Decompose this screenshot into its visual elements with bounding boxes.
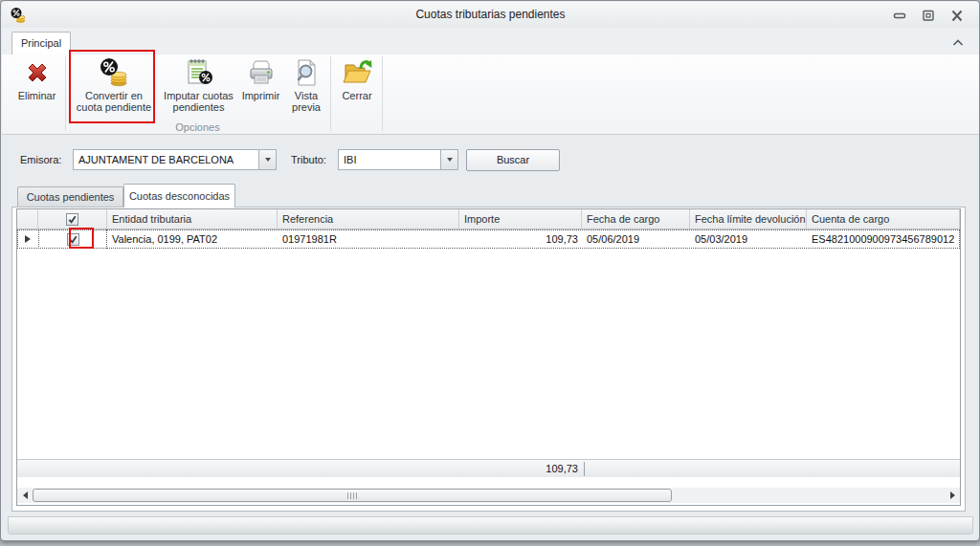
ribbon-separator (330, 56, 331, 131)
tab-content-panel: Entidad tributaria Referencia Importe Fe… (11, 207, 966, 512)
column-header-entidad[interactable]: Entidad tributaria (107, 209, 278, 229)
arrow-left-icon (23, 491, 28, 499)
tab-cuotas-desconocidas[interactable]: Cuotas desconocidas (123, 184, 235, 207)
minimize-icon (893, 10, 906, 22)
horizontal-scrollbar[interactable] (17, 488, 960, 503)
cell-referencia[interactable]: 01971981R (278, 229, 459, 249)
column-header-referencia[interactable]: Referencia (278, 209, 459, 229)
summary-importe-total: 109,73 (459, 460, 582, 478)
emisora-dropdown-button[interactable] (258, 150, 276, 169)
column-header-importe[interactable]: Importe (459, 209, 582, 229)
chevron-down-icon (265, 158, 271, 162)
thumb-grip-icon (353, 492, 354, 499)
ribbon-separator (65, 56, 66, 131)
chevron-down-icon (447, 158, 453, 162)
ribbon-button-label: Imputar cuotas pendientes (159, 90, 238, 113)
eliminar-button[interactable]: Eliminar (10, 55, 64, 120)
tributo-combobox[interactable]: IBI (338, 149, 458, 170)
ribbon-button-label: Imprimir (242, 90, 280, 101)
scroll-left-button[interactable] (17, 488, 33, 503)
close-button[interactable] (948, 9, 966, 23)
scroll-right-button[interactable] (945, 488, 960, 503)
arrow-right-icon (950, 491, 955, 499)
ribbon-button-label: Eliminar (18, 90, 56, 101)
highlight-box-row-checkbox (69, 228, 94, 249)
printer-icon (246, 57, 277, 88)
status-bar (8, 516, 973, 535)
column-header-fecha-cargo[interactable]: Fecha de cargo (582, 209, 690, 229)
imputar-cuotas-pendientes-button[interactable]: Imputar cuotas pendientes (159, 55, 238, 120)
tributo-value: IBI (339, 150, 440, 169)
restore-icon (922, 10, 935, 22)
imprimir-button[interactable]: Imprimir (240, 55, 281, 120)
cell-cuenta[interactable]: ES4821000900973456789012 (807, 229, 960, 249)
row-indicator-cell (17, 229, 38, 249)
app-window: Cuotas tributarias pendientes Principal … (0, 0, 980, 541)
cell-fecha-limite[interactable]: 05/03/2019 (690, 229, 807, 249)
window-title: Cuotas tributarias pendientes (2, 2, 979, 28)
grid-header-row: Entidad tributaria Referencia Importe Fe… (17, 209, 960, 229)
grid-row[interactable]: Valencia, 0199, PAT02 01971981R 109,73 0… (17, 229, 960, 249)
cell-importe[interactable]: 109,73 (459, 229, 582, 249)
delete-x-icon (22, 57, 53, 88)
cerrar-button[interactable]: Cerrar (334, 55, 380, 120)
minimize-button[interactable] (891, 9, 908, 23)
column-header-cuenta[interactable]: Cuenta de cargo (807, 209, 960, 229)
ribbon-button-label: Vista previa (283, 90, 329, 113)
restore-button[interactable] (920, 9, 937, 23)
cell-fecha-cargo[interactable]: 05/06/2019 (582, 229, 690, 249)
highlight-box-convertir (69, 50, 155, 123)
impute-pending-notes-icon (184, 57, 214, 88)
tributo-label: Tributo: (291, 149, 326, 170)
close-icon (950, 10, 964, 22)
close-folder-icon (342, 57, 372, 88)
summary-column-separator (584, 462, 585, 476)
chevron-up-icon[interactable] (950, 36, 966, 49)
emisora-value: AJUNTAMENT DE BARCELONA (74, 150, 258, 169)
tributo-dropdown-button[interactable] (440, 150, 457, 169)
emisora-combobox[interactable]: AJUNTAMENT DE BARCELONA (73, 149, 277, 170)
emisora-label: Emisora: (20, 149, 61, 170)
select-all-column-header[interactable] (38, 209, 107, 229)
buscar-button[interactable]: Buscar (466, 149, 560, 171)
thumb-grip-icon (350, 492, 351, 499)
scrollbar-thumb[interactable] (33, 489, 672, 502)
row-focus-arrow-icon (25, 235, 31, 243)
grid-summary-footer: 109,73 (17, 459, 960, 477)
thumb-grip-icon (356, 492, 357, 499)
column-header-fecha-limite[interactable]: Fecha límite devolución (690, 209, 807, 229)
ribbon-separator (382, 56, 383, 131)
title-bar[interactable]: Cuotas tributarias pendientes (2, 2, 979, 28)
print-preview-icon (291, 57, 322, 88)
cell-entidad[interactable]: Valencia, 0199, PAT02 (107, 229, 278, 249)
vista-previa-button[interactable]: Vista previa (283, 55, 329, 120)
row-indicator-header (17, 209, 38, 229)
select-all-checkbox[interactable] (66, 213, 78, 226)
thumb-grip-icon (347, 492, 348, 499)
ribbon-button-label: Cerrar (342, 90, 371, 101)
check-icon (67, 214, 78, 225)
data-grid: Entidad tributaria Referencia Importe Fe… (16, 208, 961, 506)
ribbon-tab-principal[interactable]: Principal (11, 32, 71, 55)
tab-cuotas-pendientes[interactable]: Cuotas pendientes (17, 186, 123, 207)
